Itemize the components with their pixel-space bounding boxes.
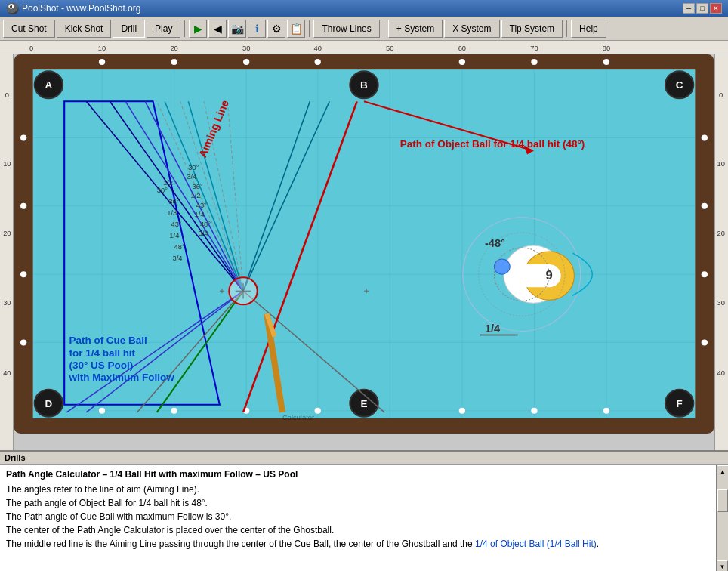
svg-text:48°: 48° (174, 243, 185, 251)
camera-icon-button[interactable]: 📷 (228, 20, 246, 38)
svg-text:43°: 43° (196, 202, 207, 209)
svg-text:Path of Object Ball for 1/4 ba: Path of Object Ball for 1/4 ball hit (48… (400, 138, 585, 150)
throw-lines-button[interactable]: Throw Lines (313, 20, 379, 38)
separator-3 (384, 20, 384, 37)
svg-text:1/2: 1/2 (190, 192, 200, 199)
svg-text:A: A (45, 79, 53, 91)
svg-text:80: 80 (603, 45, 610, 52)
svg-text:50: 50 (386, 45, 393, 52)
svg-text:60: 60 (458, 45, 466, 52)
drill-button[interactable]: Drill (113, 20, 145, 38)
cut-shot-button[interactable]: Cut Shot (3, 20, 55, 38)
back-icon-button[interactable]: ◀ (208, 20, 227, 38)
scroll-down-button[interactable]: ▼ (717, 560, 728, 571)
close-button[interactable]: ✕ (710, 3, 722, 14)
svg-text:30: 30 (3, 299, 11, 307)
tip-system-button[interactable]: Tip System (501, 20, 563, 38)
svg-text:48°: 48° (200, 221, 211, 228)
svg-text:20: 20 (170, 45, 177, 52)
svg-text:30°: 30° (157, 187, 168, 194)
title-bar: 🎱 PoolShot - www.PoolShot.org ─ □ ✕ (0, 0, 728, 17)
svg-text:10: 10 (717, 160, 724, 168)
ruler-h-ticks: 0 10 20 30 40 50 60 70 80 (29, 45, 610, 52)
svg-text:with Maximum Follow: with Maximum Follow (68, 372, 174, 383)
svg-point-61 (20, 203, 26, 209)
svg-text:0: 0 (29, 45, 33, 52)
svg-text:30: 30 (717, 299, 724, 307)
svg-point-47 (171, 59, 177, 65)
svg-text:36°: 36° (193, 183, 203, 190)
svg-text:0: 0 (719, 91, 723, 99)
scrollbar-thumb[interactable] (717, 489, 728, 512)
svg-point-49 (315, 59, 321, 65)
svg-text:70: 70 (530, 45, 538, 52)
x-system-button[interactable]: X System (444, 20, 499, 38)
minimize-button[interactable]: ─ (683, 3, 695, 14)
bottom-panel-line-4: The center of the Path Angle Calculator … (6, 523, 713, 537)
svg-text:10: 10 (98, 45, 106, 52)
svg-text:Path of Cue Ball: Path of Cue Ball (69, 335, 147, 347)
svg-text:30: 30 (242, 45, 250, 52)
svg-point-52 (603, 59, 609, 65)
svg-text:3/4: 3/4 (173, 255, 183, 262)
svg-text:E: E (360, 398, 367, 409)
bottom-panel-header: Drills (0, 452, 728, 465)
svg-text:30°: 30° (188, 164, 199, 171)
svg-text:3/4: 3/4 (187, 173, 196, 181)
svg-point-51 (531, 59, 537, 65)
svg-point-67 (702, 339, 708, 345)
svg-text:1/3: 1/3 (167, 209, 177, 217)
bottom-panel-title: Path Angle Calculator – 1/4 Ball Hit wit… (6, 468, 713, 481)
bottom-panel-line-5: The middle red line is the Aiming Line p… (6, 537, 713, 551)
svg-point-48 (243, 59, 249, 65)
bottom-panel-line-2: The path angle of Object Ball for 1/4 ba… (6, 496, 713, 510)
svg-text:40: 40 (314, 45, 322, 52)
bottom-panel-content: Path Angle Calculator – 1/4 Ball Hit wit… (0, 465, 728, 566)
svg-point-56 (315, 408, 321, 414)
main-area: 0 10 20 30 40 50 60 70 80 0 10 20 30 40 … (0, 41, 728, 571)
play-icon-button[interactable]: ▶ (189, 20, 207, 38)
maximize-button[interactable]: □ (696, 3, 708, 14)
bottom-panel-line-1: The angles refer to the line of aim (Aim… (6, 483, 713, 496)
svg-point-65 (702, 203, 708, 209)
line5-text-1: The middle red line is the Aiming Line p… (6, 539, 475, 549)
info-icon-button[interactable]: ℹ (248, 20, 266, 38)
svg-point-60 (20, 134, 26, 140)
svg-point-58 (531, 408, 537, 414)
toolbar: Cut Shot Kick Shot Drill Play ▶ ◀ 📷 ℹ ⚙ … (0, 17, 728, 41)
svg-text:F: F (676, 398, 682, 409)
separator-4 (566, 20, 567, 37)
svg-text:1/4: 1/4 (195, 211, 205, 218)
table-area: 0 10 20 30 40 50 60 70 80 0 10 20 30 40 … (0, 41, 728, 450)
svg-text:0: 0 (5, 91, 9, 99)
svg-point-53 (99, 408, 105, 414)
svg-text:(30° US Pool): (30° US Pool) (69, 360, 133, 371)
svg-point-66 (702, 271, 708, 277)
svg-text:1/2: 1/2 (163, 179, 173, 187)
svg-text:1/4: 1/4 (485, 323, 500, 335)
svg-text:Calculator: Calculator (282, 414, 314, 421)
settings-icon-button[interactable]: ⚙ (267, 20, 285, 38)
line5-highlight-1: 1/4 of Object Ball (1/4 Ball Hit) (475, 539, 597, 549)
line5-text-2: . (597, 539, 599, 549)
svg-point-54 (171, 408, 177, 414)
window-controls: ─ □ ✕ (683, 3, 722, 14)
kick-shot-button[interactable]: Kick Shot (57, 20, 112, 38)
svg-text:43°: 43° (171, 221, 181, 228)
svg-point-63 (20, 339, 26, 345)
bottom-panel-line-3: The Path angle of Cue Ball with maximum … (6, 510, 713, 523)
svg-text:40: 40 (3, 369, 11, 377)
play-button[interactable]: Play (147, 20, 180, 38)
bottom-panel: Drills Path Angle Calculator – 1/4 Ball … (0, 450, 728, 571)
svg-text:40: 40 (717, 369, 724, 377)
help-button[interactable]: Help (571, 20, 606, 38)
svg-text:D: D (45, 398, 53, 409)
svg-point-64 (702, 134, 708, 140)
scroll-up-button[interactable]: ▲ (717, 465, 728, 477)
svg-text:for 1/4 ball hit: for 1/4 ball hit (69, 347, 135, 359)
scrollbar-vertical[interactable]: ▲ ▼ (716, 465, 728, 571)
ruler-v-left-ticks: 0 10 20 30 40 (3, 91, 11, 376)
plus-system-button[interactable]: + System (388, 20, 443, 38)
svg-point-57 (459, 408, 465, 414)
clipboard-icon-button[interactable]: 📋 (287, 20, 305, 38)
